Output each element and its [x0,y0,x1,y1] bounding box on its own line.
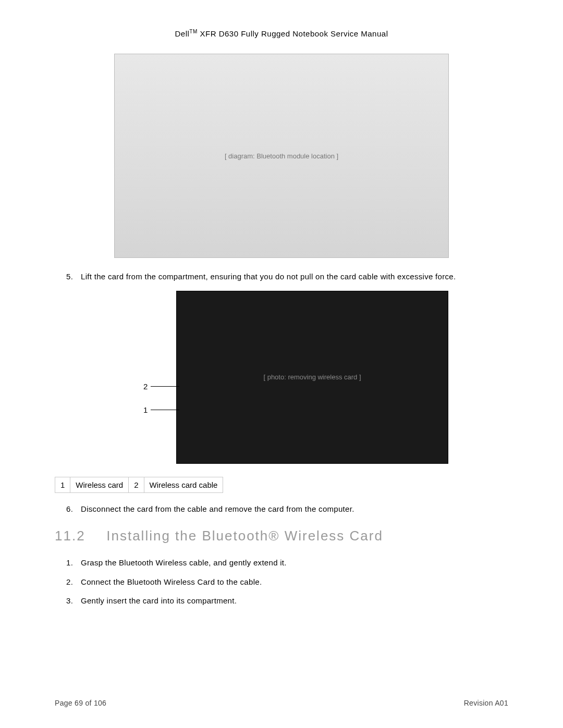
install-steps: 1. Grasp the Bluetooth Wireless cable, a… [55,557,508,607]
install-step-3: 3. Gently insert the card into its compa… [81,595,508,607]
figure-2: 2 1 [ photo: removing wireless card ] [55,291,508,464]
table-row: 1 Wireless card 2 Wireless card cable [55,477,223,492]
footer-page: Page 69 of 106 [55,699,106,707]
step-6: 6. Disconnect the card from the cable an… [81,503,508,515]
section-title: Installing the Bluetooth® Wireless Card [106,528,383,544]
install-step-3-text: Gently insert the card into its compartm… [81,596,237,605]
step-6-text: Disconnect the card from the cable and r… [81,504,354,513]
section-number: 11.2 [55,528,102,544]
callout-1: 1 [143,405,148,414]
legend-2-num: 2 [129,477,144,492]
step-5: 5. Lift the card from the compartment, e… [81,271,508,283]
install-step-2-number: 2. [66,576,73,588]
install-step-2-text: Connect the Bluetooth Wireless Card to t… [81,577,262,586]
figure-1: [ diagram: Bluetooth module location ] [55,54,508,258]
page: DellTM XFR D630 Fully Rugged Notebook Se… [0,0,563,728]
figure-1-image: [ diagram: Bluetooth module location ] [114,54,449,258]
footer-revision: Revision A01 [464,699,508,707]
legend-1-text: Wireless card [70,477,129,492]
step-5-text: Lift the card from the compartment, ensu… [81,272,456,281]
legend-table: 1 Wireless card 2 Wireless card cable [55,477,223,493]
page-header: DellTM XFR D630 Fully Rugged Notebook Se… [55,29,508,38]
figure-2-wrap: 2 1 [ photo: removing wireless card ] [115,291,448,464]
callout-2-line [151,386,179,387]
legend-1-num: 1 [55,477,70,492]
install-step-1-text: Grasp the Bluetooth Wireless cable, and … [81,558,287,567]
step-6-number: 6. [66,503,73,515]
section-heading: 11.2 Installing the Bluetooth® Wireless … [55,528,508,544]
figure-2-image: [ photo: removing wireless card ] [176,291,448,464]
header-brand: Dell [175,29,190,38]
removal-steps-continued: 5. Lift the card from the compartment, e… [55,271,508,283]
step-5-number: 5. [66,271,73,283]
figure-2-placeholder: [ photo: removing wireless card ] [263,373,361,381]
legend-2-text: Wireless card cable [144,477,223,492]
install-step-1: 1. Grasp the Bluetooth Wireless cable, a… [81,557,508,569]
install-step-1-number: 1. [66,557,73,569]
page-footer: Page 69 of 106 Revision A01 [55,699,508,707]
callout-2-label: 2 [143,382,148,391]
removal-steps-end: 6. Disconnect the card from the cable an… [55,503,508,515]
trademark: TM [189,29,197,34]
callout-1-label: 1 [143,405,148,414]
callout-1-line [151,410,179,410]
callout-2: 2 [143,382,148,391]
figure-1-placeholder: [ diagram: Bluetooth module location ] [225,152,338,160]
header-rest: XFR D630 Fully Rugged Notebook Service M… [198,29,388,38]
install-step-2: 2. Connect the Bluetooth Wireless Card t… [81,576,508,588]
install-step-3-number: 3. [66,595,73,607]
